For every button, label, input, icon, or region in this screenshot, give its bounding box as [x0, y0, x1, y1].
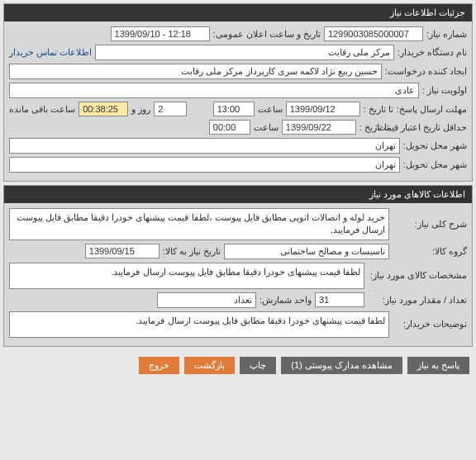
desc-label: شرح کلی نیاز:: [393, 219, 467, 230]
need-date-label: تاریخ نیاز به کالا:: [163, 246, 221, 257]
respond-button[interactable]: پاسخ به نیاز: [407, 357, 469, 374]
group-label: گروه کالا:: [393, 246, 467, 257]
contact-link[interactable]: اطلاعات تماس خریدار: [9, 47, 92, 58]
qty-label: تعداد / مقدار مورد نیاز:: [368, 295, 467, 306]
need-info-panel: جزئیات اطلاعات نیاز شماره نیاز: 12990030…: [3, 3, 473, 182]
exit-button[interactable]: خروج: [139, 357, 179, 374]
button-bar: پاسخ به نیاز مشاهده مدارک پیوستی (1) چاپ…: [0, 350, 476, 381]
to-date-label: تا تاریخ :: [364, 104, 393, 115]
deliver-city-label: شهر محل تحویل:: [403, 140, 467, 151]
buyer-note-field: لطفا قیمت پیشنهای خودرا دقیقا مطابق فایل…: [9, 311, 389, 338]
goods-info-panel: اطلاعات کالاهای مورد نیاز شرح کلی نیاز: …: [3, 185, 473, 347]
min-credit-label: حداقل تاریخ اعتبار قیمت:: [393, 122, 467, 133]
req-no-field: 1299003085000007: [324, 26, 423, 41]
countdown-field: 00:38:25: [79, 102, 128, 116]
min-credit-time-label: ساعت: [254, 122, 278, 133]
creator-label: ایجاد کننده درخواست:: [385, 66, 467, 77]
view-attachments-button[interactable]: مشاهده مدارک پیوستی (1): [281, 357, 402, 374]
group-field: تاسیسات و مصالح ساختمانی: [224, 244, 389, 259]
deadline-main-label: مهلت ارسال پاسخ:: [397, 104, 467, 115]
qty-field: 31: [315, 292, 364, 307]
unit-field: تعداد: [157, 292, 256, 308]
panel2-header: اطلاعات کالاهای مورد نیاز: [4, 186, 472, 203]
pub-date-field: 1399/09/10 - 12:18: [111, 26, 210, 41]
panel2-body: شرح کلی نیاز: خرید لوله و اتصالات اتوپی …: [4, 203, 472, 346]
remain-label: ساعت باقی مانده: [9, 104, 75, 115]
need-date-field: 1399/09/15: [85, 244, 159, 258]
deadline-time-field: 13:00: [213, 102, 255, 116]
deliver-city2-field: تهران: [9, 157, 400, 173]
min-credit-time-field: 00:00: [209, 120, 250, 135]
print-button[interactable]: چاپ: [240, 357, 276, 374]
deliver-city-field: تهران: [9, 138, 400, 154]
deadline-date-field: 1399/09/12: [286, 102, 360, 116]
panel1-body: شماره نیاز: 1299003085000007 تاریخ و ساع…: [4, 21, 472, 181]
unit-label: واحد شمارش:: [259, 295, 312, 306]
spec-label: مشخصات کالای مورد نیاز:: [368, 270, 467, 281]
buyer-label: نام دستگاه خریدار:: [397, 47, 467, 58]
buyer-field: مرکز ملی رقابت: [95, 45, 394, 60]
desc-field: خرید لوله و اتصالات اتوپی مطابق فایل پیو…: [9, 208, 389, 240]
panel1-header: جزئیات اطلاعات نیاز: [4, 4, 472, 21]
priority-field: عادی: [9, 83, 419, 98]
min-credit-date-field: 1399/09/22: [282, 120, 356, 135]
creator-field: حسین ربیع نژاد لاکمه سری کارپرداز مرکز م…: [9, 64, 382, 79]
days-label: روز و: [131, 104, 150, 115]
req-no-label: شماره نیاز:: [426, 29, 467, 40]
priority-label: اولویت نیاز :: [422, 85, 467, 96]
spec-field: لطفا قیمت پیشنهای خودرا دقیقا مطابق فایل…: [9, 263, 364, 289]
back-button[interactable]: بازگشت: [184, 357, 235, 374]
days-remain-field: 2: [154, 102, 187, 116]
buyer-note-label: توضیحات خریدار:: [393, 319, 467, 330]
pub-date-label: تاریخ و ساعت اعلان عمومی:: [213, 29, 321, 40]
to-date-label-2: تا تاریخ :: [359, 122, 389, 133]
deadline-time-label: ساعت: [258, 104, 283, 115]
deliver-city2-label: شهر محل تحویل:: [403, 159, 467, 170]
